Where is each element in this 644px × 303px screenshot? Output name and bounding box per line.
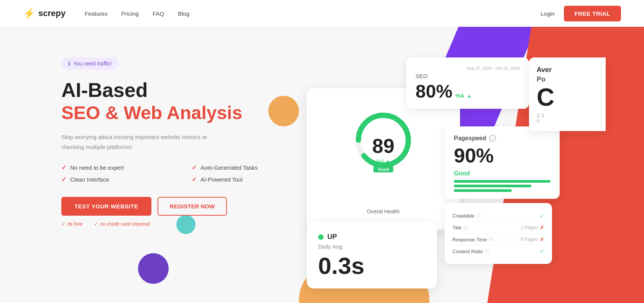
pagespeed-value: 90% [454, 144, 550, 167]
health-badge: Good [373, 166, 394, 172]
feature-label-3: Clean Interface [70, 176, 109, 183]
features-grid: ✓ No need to be expert ✓ Auto-Generated … [61, 164, 307, 183]
avg-bottom: 0.3 [537, 113, 598, 119]
avg-value: C [537, 85, 598, 110]
feature-item-1: ✓ No need to be expert [61, 164, 176, 171]
check-icon-free: ✓ [61, 221, 66, 227]
nav-link-blog[interactable]: Blog [178, 10, 189, 17]
content-status: ✓ [540, 248, 544, 254]
badge-text: You need traffic! [73, 61, 112, 67]
crawlable-info[interactable]: ⓘ [476, 213, 481, 219]
seo-card: Sep 22, 2020 - Oct 22, 2020 SEO 80% %4 ▲ [406, 57, 529, 109]
seo-detail-response: Response Time ⓘ 6 Pages ✗ [452, 234, 544, 246]
logo-text: screpy [38, 8, 66, 18]
info-icon: ℹ [68, 61, 70, 67]
seo-detail-content: Content Ratio ⓘ ✓ [452, 246, 544, 257]
response-label: Response Time ⓘ [452, 237, 493, 242]
avg-bottom-label: P [537, 119, 598, 124]
uptime-header: UP [318, 233, 426, 241]
donut-container: 89 %4 ▲ Good Overal Health [318, 102, 449, 218]
pagespeed-label: Pagespeed [454, 135, 486, 142]
seo-label: SEO [416, 73, 520, 79]
test-website-button[interactable]: TEST YOUR WEBSITE [61, 197, 151, 216]
pagespeed-header: Pagespeed i [454, 135, 550, 142]
health-arrow-icon: ▲ [385, 158, 390, 164]
health-label: Overal Health [367, 208, 400, 215]
progress-bar-1 [454, 180, 550, 183]
uptime-sublabel: Daily Avg. [318, 243, 426, 250]
pagespeed-status: Good [454, 170, 550, 177]
avg-card-partial: Aver Po C 0.3 P [529, 57, 606, 131]
cards-container: Sep 22, 2020 - Oct 22, 2020 SEO 80% %4 ▲ [299, 57, 629, 303]
seo-detail-title: Title ⓘ 1 Pages ✗ [452, 222, 544, 234]
response-status: ✗ [540, 236, 544, 242]
seo-details-card: Crawlable ⓘ ✓ Title ⓘ 1 Pages ✗ [445, 203, 552, 264]
response-pages: 6 Pages [521, 237, 537, 242]
check-icon-3: ✓ [61, 176, 66, 183]
avg-label: Aver [537, 66, 598, 74]
nav-links: Features Pricing FAQ Blog [85, 10, 189, 17]
title-label: Title ⓘ [452, 225, 468, 231]
content-info[interactable]: ⓘ [485, 249, 489, 254]
progress-bar-2 [454, 185, 531, 187]
nav-link-features[interactable]: Features [85, 10, 107, 17]
health-number: 89 [372, 134, 394, 157]
traffic-badge: ℹ You need traffic! [61, 57, 118, 70]
title-pages: 1 Pages [521, 225, 537, 230]
uptime-status: UP [327, 233, 337, 241]
seo-detail-crawlable: Crawlable ⓘ ✓ [452, 210, 544, 222]
hero-buttons: TEST YOUR WEBSITE REGISTER NOW [61, 197, 307, 216]
seo-number: 80% [416, 81, 452, 102]
pagespeed-card: Pagespeed i 90% Good [445, 126, 560, 199]
hero-description: Stop worrying about missing important we… [61, 132, 222, 152]
title-info[interactable]: ⓘ [463, 225, 468, 231]
feature-item-2: ✓ Auto-Generated Tasks [192, 164, 307, 171]
hero-section: ℹ You need traffic! AI-Based SEO & Web A… [0, 27, 644, 303]
seo-value: 80% %4 ▲ [416, 81, 520, 102]
title-status: ✗ [540, 224, 544, 231]
register-button[interactable]: REGISTER NOW [158, 197, 227, 216]
hero-title-black: AI-Based [61, 79, 307, 102]
seo-arrow-icon: ▲ [467, 93, 472, 99]
uptime-card: UP Daily Avg. 0.3s [307, 222, 437, 288]
feature-item-4: ✓ AI-Powered Tool [192, 176, 307, 183]
check-icon-1: ✓ [61, 164, 66, 171]
seo-date: Sep 22, 2020 - Oct 22, 2020 [416, 66, 520, 70]
note-text-nocredit: no credit card required [100, 221, 150, 227]
feature-label-2: Auto-Generated Tasks [200, 164, 258, 171]
free-trial-button[interactable]: FREE TRIAL [564, 6, 621, 21]
crawlable-label: Crawlable ⓘ [452, 213, 481, 219]
health-pct-change: %4 ▲ [372, 158, 394, 164]
content-label: Content Ratio ⓘ [452, 249, 489, 254]
logo-icon: ⚡ [23, 8, 35, 20]
donut-center: 89 %4 ▲ Good [372, 134, 394, 174]
progress-bar-3 [454, 189, 512, 192]
feature-label-1: No need to be expert [70, 164, 124, 171]
pagespeed-info-icon[interactable]: i [489, 135, 496, 142]
response-info[interactable]: ⓘ [489, 237, 493, 242]
uptime-value: 0.3s [318, 252, 426, 279]
crawlable-status: ✓ [540, 213, 544, 219]
health-card: 89 %4 ▲ Good Overal Health [307, 88, 460, 230]
check-icon-2: ✓ [192, 164, 197, 171]
navbar-right: Login FREE TRIAL [540, 6, 621, 21]
up-dot [318, 234, 324, 240]
logo: ⚡ screpy [23, 8, 66, 20]
note-text-free: its free [67, 221, 82, 227]
hero-sub-notes: ✓ its free ✓ no credit card required [61, 221, 307, 227]
navbar-left: ⚡ screpy Features Pricing FAQ Blog [23, 8, 189, 20]
login-button[interactable]: Login [540, 10, 555, 17]
nav-link-faq[interactable]: FAQ [153, 10, 164, 17]
progress-bars [454, 180, 550, 192]
avg-sublabel: Po [537, 75, 598, 84]
check-icon-nocredit: ✓ [94, 221, 98, 227]
nav-link-pricing[interactable]: Pricing [121, 10, 139, 17]
feature-label-4: AI-Powered Tool [200, 176, 243, 183]
sub-note-free: ✓ its free [61, 221, 82, 227]
check-icon-4: ✓ [192, 176, 197, 183]
feature-item-3: ✓ Clean Interface [61, 176, 176, 183]
hero-title-red: SEO & Web Analysis [61, 102, 307, 124]
hero-right: Sep 22, 2020 - Oct 22, 2020 SEO 80% %4 ▲ [276, 27, 644, 303]
sub-note-nocredit: ✓ no credit card required [94, 221, 150, 227]
hero-left: ℹ You need traffic! AI-Based SEO & Web A… [61, 50, 307, 303]
